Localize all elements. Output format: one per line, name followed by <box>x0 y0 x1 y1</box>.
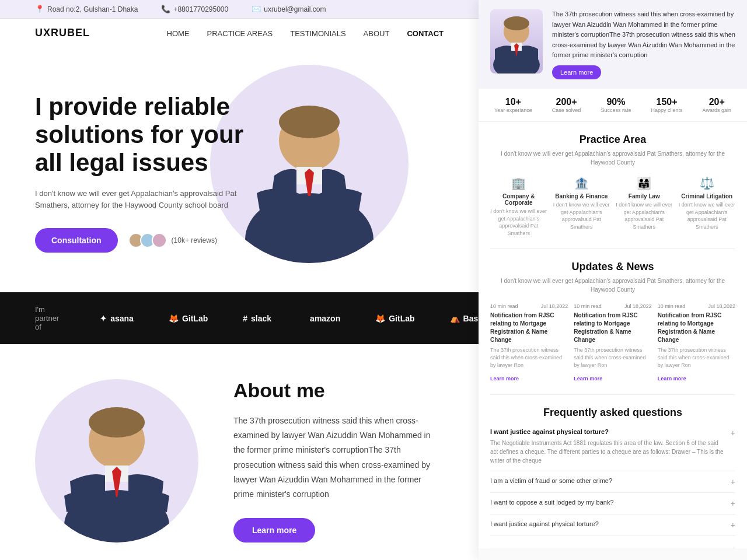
right-panel: The 37th prosecution witness said this w… <box>479 0 747 560</box>
partners-label: I'm partner of <box>35 305 59 331</box>
svg-point-2 <box>279 106 340 138</box>
nav-contact[interactable]: CONTACT <box>407 29 444 38</box>
partner-amazon: amazon <box>306 314 340 323</box>
practice-area-title: Practice Area <box>490 134 735 146</box>
rp-stat-1-label: Year experiance <box>494 107 532 113</box>
news-snippet-1: The 37th prosecution witness said this w… <box>490 346 568 369</box>
rp-stat-4-label: Happy clients <box>651 107 683 113</box>
faq-title: Frequently asked questions <box>490 407 735 419</box>
rp-stat-4-num: 150+ <box>651 97 683 107</box>
review-avatars <box>128 233 167 248</box>
rp-hero-text: The 37th prosecution witness said this w… <box>552 9 735 61</box>
news-meta-3: 10 min read Jul 18,2022 <box>658 303 735 309</box>
news-link-1[interactable]: Learn more <box>490 376 519 382</box>
rp-stat-3-label: Success rate <box>601 107 631 113</box>
phone-text: +8801770295000 <box>173 5 228 13</box>
rp-learn-more-button[interactable]: Learn more <box>552 65 601 79</box>
news-read-time-2: 10 min read <box>574 303 602 309</box>
family-name: Family Law <box>616 193 673 200</box>
practice-area-subtitle: I don't know we will ever get Appalachia… <box>490 149 735 167</box>
news-date-1: Jul 18,2022 <box>541 303 568 309</box>
about-lawyer-svg <box>53 385 181 542</box>
nav-home[interactable]: HOME <box>167 29 190 38</box>
news-date-3: Jul 18,2022 <box>708 303 735 309</box>
criminal-desc: I don't know we will ever get Appalachia… <box>679 201 736 230</box>
about-section: About me The 37th prosecution witness sa… <box>0 344 479 560</box>
faq-question-1: I want justice against physical torture? <box>490 428 726 435</box>
about-content: About me The 37th prosecution witness sa… <box>233 379 444 542</box>
faq-item-4[interactable]: I want justice against physical torture?… <box>490 514 735 536</box>
faq-answer-1: The Negotiable Instruments Act 1881 regu… <box>490 439 726 465</box>
rp-hero-content: The 37th prosecution witness said this w… <box>552 9 735 79</box>
news-meta-1: 10 min read Jul 18,2022 <box>490 303 568 309</box>
learn-more-button[interactable]: Learn more <box>233 518 315 542</box>
banking-icon: 🏦 <box>553 176 610 190</box>
partners-bar: I'm partner of ✦ asana 🦊 GitLab # slack … <box>0 292 479 344</box>
slack-icon: # <box>243 314 247 323</box>
reviews-count: (10k+ reviews) <box>172 236 217 244</box>
about-image-circle <box>35 379 198 542</box>
news-read-time-1: 10 min read <box>490 303 518 309</box>
consultation-button[interactable]: Consultation <box>35 228 118 253</box>
faq-question-4: I want justice against physical torture? <box>490 520 726 527</box>
about-title: About me <box>233 379 444 402</box>
news-snippet-3: The 37th prosecution witness said this w… <box>658 346 735 369</box>
asana-icon: ✦ <box>100 314 107 323</box>
rp-stat-2-label: Case solved <box>552 107 581 113</box>
rp-hero: The 37th prosecution witness said this w… <box>479 0 747 89</box>
partner-gitlab-1: 🦊 GitLab <box>169 314 208 323</box>
hero-subtitle: I don't know we will ever get Appalachia… <box>35 188 257 212</box>
news-item-1: 10 min read Jul 18,2022 Notification fro… <box>490 303 568 383</box>
faq-toggle-2: + <box>731 477 735 487</box>
rp-stat-5-num: 20+ <box>703 97 731 107</box>
news-subtitle: I don't know we will ever get Appalachia… <box>490 276 735 294</box>
email-text: uxrubel@gmail.com <box>264 5 326 13</box>
hero-section: I provide reliable solutions for your al… <box>0 47 479 292</box>
nav-links: HOME PRACTICE AREAS TESTIMONIALS ABOUT C… <box>167 28 444 38</box>
family-desc: I don't know we will ever get Appalachia… <box>616 201 673 230</box>
faq-question-2: I am a victim of fraud or some other cri… <box>490 477 726 484</box>
basecamp-icon: ⛺ <box>450 314 460 323</box>
news-item-3: 10 min read Jul 18,2022 Notification fro… <box>658 303 735 383</box>
practice-family: 👨‍👩‍👧 Family Law I don't know we will ev… <box>616 176 673 237</box>
news-date-2: Jul 18,2022 <box>624 303 652 309</box>
about-text: The 37th prosecution witness said this w… <box>233 414 444 502</box>
rp-stat-2-num: 200+ <box>552 97 581 107</box>
faq-question-3: I want to oppose a suit lodged by my ban… <box>490 499 726 506</box>
phone-item: 📞 +8801770295000 <box>161 5 228 13</box>
practice-area-section: Practice Area I don't know we will ever … <box>479 122 747 249</box>
faq-item-3[interactable]: I want to oppose a suit lodged by my ban… <box>490 493 735 514</box>
hero-actions: Consultation (10k+ reviews) <box>35 228 257 253</box>
gitlab-icon-1: 🦊 <box>169 314 179 323</box>
news-item-2: 10 min read Jul 18,2022 Notification fro… <box>574 303 651 383</box>
news-link-3[interactable]: Learn more <box>658 376 686 382</box>
email-item: ✉️ uxrubel@gmail.com <box>252 5 326 13</box>
company-icon: 🏢 <box>490 176 547 190</box>
faq-item-1[interactable]: I want justice against physical torture?… <box>490 422 735 471</box>
practice-grid: 🏢 Company & Corporate I don't know we wi… <box>490 176 735 237</box>
email-icon: ✉️ <box>252 5 261 13</box>
criminal-name: Criminal Litigation <box>679 193 736 200</box>
nav-practice-areas[interactable]: PRACTICE AREAS <box>207 29 273 38</box>
partner-asana: ✦ asana <box>100 314 134 323</box>
banking-desc: I don't know we will ever get Appalachia… <box>553 201 610 230</box>
location-icon: 📍 <box>35 5 44 13</box>
news-title-2: Notification from RJSC relating to Mortg… <box>574 312 651 344</box>
nav-testimonials[interactable]: TESTIMONIALS <box>290 29 345 38</box>
address-item: 📍 Road no:2, Gulshan-1 Dhaka <box>35 5 138 13</box>
faq-toggle-4: + <box>731 520 735 530</box>
nav-about[interactable]: ABOUT <box>364 29 390 38</box>
faq-content-1: I want justice against physical torture?… <box>490 428 726 465</box>
rp-stat-3-num: 90% <box>601 97 631 107</box>
phone-icon: 📞 <box>161 5 170 13</box>
address-text: Road no:2, Gulshan-1 Dhaka <box>47 5 138 13</box>
clients-section: Clients words Very professional and dedi… <box>479 548 747 560</box>
svg-point-7 <box>89 407 145 438</box>
rp-stat-1-num: 10+ <box>494 97 532 107</box>
news-title: Updates & News <box>490 261 735 273</box>
news-link-2[interactable]: Learn more <box>574 376 602 382</box>
navbar: UXRUBEL HOME PRACTICE AREAS TESTIMONIALS… <box>0 19 479 47</box>
faq-item-2[interactable]: I am a victim of fraud or some other cri… <box>490 471 735 493</box>
rp-stat-2: 200+ Case solved <box>552 97 581 113</box>
partner-slack: # slack <box>243 314 271 323</box>
